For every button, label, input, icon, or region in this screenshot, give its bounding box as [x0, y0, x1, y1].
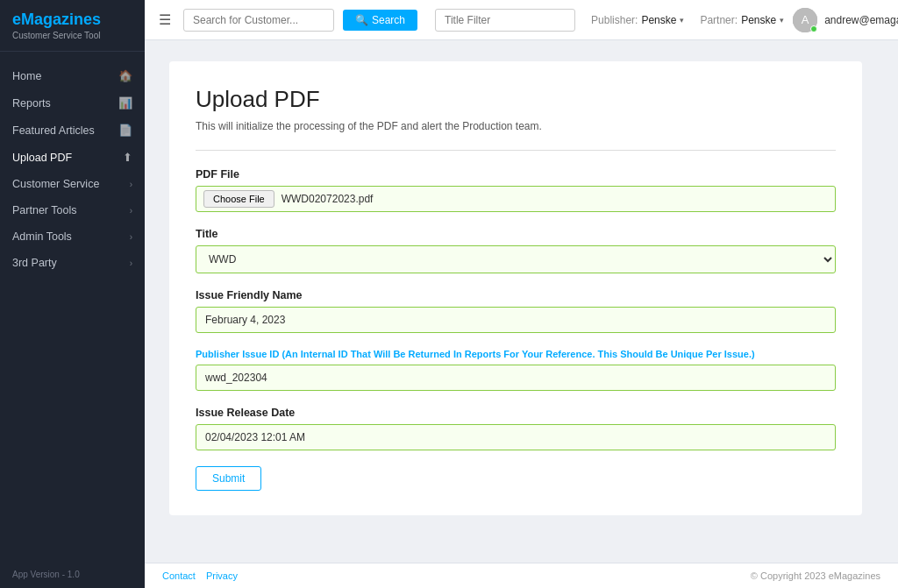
title-section: Title WWD — [196, 228, 836, 273]
footer-copyright: © Copyright 2023 eMagazines — [751, 570, 880, 581]
contact-link[interactable]: Contact — [162, 570, 196, 581]
upload-pdf-icon: ⬆ — [123, 151, 132, 164]
sidebar-item-customer-service-label: Customer Service — [12, 178, 99, 190]
publisher-issue-id-label: Publisher Issue ID (An Internal ID That … — [196, 349, 836, 359]
search-icon: 🔍 — [355, 14, 368, 26]
choose-file-button[interactable]: Choose File — [203, 190, 274, 208]
main-content: ☰ 🔍 Search Publisher: Penske ▾ Partner: … — [145, 0, 898, 588]
publisher-caret-icon: ▾ — [680, 16, 684, 25]
publisher-label: Publisher: — [591, 14, 638, 26]
issue-release-date-label: Issue Release Date — [196, 407, 836, 419]
topbar: ☰ 🔍 Search Publisher: Penske ▾ Partner: … — [145, 0, 898, 40]
sidebar-item-featured-articles[interactable]: Featured Articles 📄 — [0, 117, 145, 144]
sidebar-logo: eMagazines Customer Service Tool — [0, 0, 145, 46]
3rd-party-chevron: › — [130, 259, 132, 268]
sidebar-item-customer-service[interactable]: Customer Service › — [0, 171, 145, 197]
sidebar-item-partner-tools[interactable]: Partner Tools › — [0, 197, 145, 223]
pdf-file-label: PDF File — [196, 168, 836, 181]
sidebar-item-featured-articles-label: Featured Articles — [12, 124, 95, 137]
issue-friendly-name-section: Issue Friendly Name — [196, 289, 836, 333]
sidebar-item-3rd-party[interactable]: 3rd Party › — [0, 250, 145, 276]
sidebar-item-upload-pdf[interactable]: Upload PDF ⬆ — [0, 144, 145, 171]
pdf-file-section: PDF File Choose File WWD02072023.pdf — [196, 168, 836, 212]
sidebar-footer: App Version - 1.0 — [0, 561, 145, 588]
admin-tools-chevron: › — [130, 232, 132, 242]
search-input[interactable] — [183, 9, 334, 32]
sidebar-item-home-label: Home — [12, 70, 41, 82]
sidebar-item-admin-tools-label: Admin Tools — [12, 230, 72, 243]
footer-links: Contact Privacy — [162, 570, 238, 581]
privacy-link[interactable]: Privacy — [206, 570, 238, 581]
avatar: A — [793, 8, 817, 32]
publisher-value: Penske — [641, 14, 676, 26]
hamburger-icon[interactable]: ☰ — [159, 11, 171, 28]
sidebar-item-upload-pdf-label: Upload PDF — [12, 152, 72, 164]
sidebar-item-partner-tools-label: Partner Tools — [12, 204, 76, 216]
reports-icon: 📊 — [118, 96, 132, 110]
customer-service-chevron: › — [130, 180, 132, 189]
brand-subtitle: Customer Service Tool — [12, 31, 132, 40]
sidebar-item-3rd-party-label: 3rd Party — [12, 257, 57, 269]
issue-release-date-input[interactable] — [196, 424, 836, 450]
sidebar-item-reports[interactable]: Reports 📊 — [0, 89, 145, 117]
submit-button[interactable]: Submit — [196, 466, 261, 491]
sidebar-nav: Home 🏠 Reports 📊 Featured Articles 📄 Upl… — [0, 57, 145, 561]
upload-card: Upload PDF This will initialize the proc… — [169, 61, 862, 515]
sidebar-item-reports-label: Reports — [12, 97, 51, 110]
topbar-user[interactable]: A andrew@emagazines.com ▾ — [793, 8, 898, 32]
partner-tools-chevron: › — [130, 206, 132, 216]
featured-articles-icon: 📄 — [118, 124, 132, 137]
content-area: Upload PDF This will initialize the proc… — [145, 40, 898, 563]
partner-filter[interactable]: Partner: Penske ▾ — [700, 14, 784, 26]
topbar-filters: Publisher: Penske ▾ Partner: Penske ▾ — [591, 14, 784, 26]
issue-friendly-name-label: Issue Friendly Name — [196, 289, 836, 301]
brand-name: eMagazines — [12, 11, 132, 29]
user-email: andrew@emagazines.com — [824, 14, 898, 26]
publisher-filter[interactable]: Publisher: Penske ▾ — [591, 14, 684, 26]
title-select[interactable]: WWD — [196, 245, 836, 273]
publisher-issue-id-section: Publisher Issue ID (An Internal ID That … — [196, 349, 836, 391]
sidebar-item-admin-tools[interactable]: Admin Tools › — [0, 223, 145, 250]
publisher-issue-id-input[interactable] — [196, 365, 836, 391]
page-subtitle: This will initialize the processing of t… — [196, 120, 836, 132]
issue-release-date-section: Issue Release Date — [196, 407, 836, 450]
partner-label: Partner: — [700, 14, 738, 26]
sidebar: eMagazines Customer Service Tool Home 🏠 … — [0, 0, 145, 588]
file-name-display: WWD02072023.pdf — [282, 193, 374, 205]
home-icon: 🏠 — [118, 69, 132, 82]
search-button[interactable]: 🔍 Search — [343, 10, 417, 31]
file-input-row: Choose File WWD02072023.pdf — [196, 186, 836, 212]
issue-friendly-name-input[interactable] — [196, 307, 836, 333]
online-status-dot — [810, 25, 817, 32]
page-title: Upload PDF — [196, 86, 836, 113]
title-filter-input[interactable] — [435, 9, 575, 32]
partner-caret-icon: ▾ — [780, 16, 784, 25]
title-label: Title — [196, 228, 836, 240]
partner-value: Penske — [741, 14, 776, 26]
footer: Contact Privacy © Copyright 2023 eMagazi… — [145, 563, 898, 588]
sidebar-item-home[interactable]: Home 🏠 — [0, 62, 145, 89]
